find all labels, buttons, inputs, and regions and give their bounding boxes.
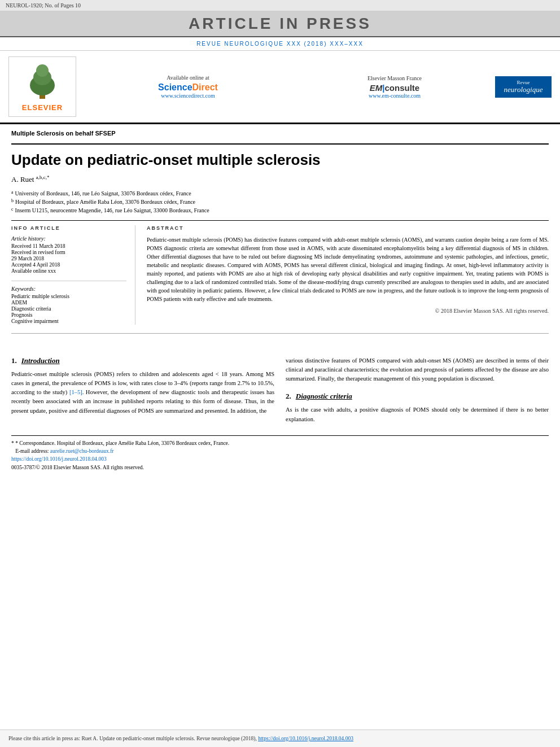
direct-text: Direct <box>193 82 218 92</box>
section1-title: 1. Introduction <box>11 356 274 365</box>
section2-heading: Diagnostic criteria <box>296 392 352 401</box>
body-left-col: 1. Introduction Pediatric-onset multiple… <box>11 356 274 424</box>
body-divider <box>11 333 549 334</box>
kw-5: Cognitive impairment <box>11 318 126 324</box>
aff-line-a: a University of Bordeaux, 146, rue Léo S… <box>11 189 549 198</box>
journal-name-bar: REVUE NEUROLOGIQUE XXX (2018) XXX–XXX <box>0 37 560 51</box>
science-text: Science <box>158 82 192 92</box>
section2-title: 2. Diagnostic criteria <box>286 392 549 401</box>
section-label: Multiple Sclerosis on behalf SFSEP <box>11 130 549 137</box>
hist-line-5: Available online xxx <box>11 268 126 274</box>
doi-link[interactable]: https://doi.org/10.1016/j.neurol.2018.04… <box>11 456 107 462</box>
revue-logo: Revue neurologique <box>495 76 552 98</box>
top-bar: NEUROL-1920; No. of Pages 10 <box>0 0 560 11</box>
abstract-title: ABSTRACT <box>147 225 549 231</box>
em-url[interactable]: www.em-consulte.com <box>300 93 489 99</box>
copyright: © 2018 Elsevier Masson SAS. All rights r… <box>147 308 549 314</box>
consulte-text: consulte <box>385 83 420 93</box>
email-link[interactable]: aurelie.ruet@chu-bordeaux.fr <box>50 448 114 454</box>
history-title: Article history: <box>11 235 126 242</box>
section1-heading: Introduction <box>21 356 60 365</box>
kw-4: Prognosis <box>11 312 126 318</box>
svg-point-3 <box>36 64 49 77</box>
footnote-star-text: * Correspondance. Hospital of Bordeaux, … <box>15 440 229 446</box>
main-content: Multiple Sclerosis on behalf SFSEP Updat… <box>0 124 560 471</box>
ref-1-5[interactable]: [1–5] <box>69 389 82 395</box>
hist-line-3: 29 March 2018 <box>11 256 126 261</box>
title-divider-top <box>11 143 549 145</box>
aff-line-b: b Hospital of Bordeaux, place Amélie Rab… <box>11 198 549 206</box>
info-abstract-section: INFO ARTICLE Article history: Received 1… <box>11 220 549 325</box>
section1-num: 1. <box>11 356 17 365</box>
footnote-doi: https://doi.org/10.1016/j.neurol.2018.04… <box>11 455 549 463</box>
revue-name: neurologique <box>498 85 548 94</box>
elsevier-masson-text: Elsevier Masson France <box>300 75 489 81</box>
info-col-title: INFO ARTICLE <box>11 225 126 231</box>
info-col: INFO ARTICLE Article history: Received 1… <box>11 225 135 325</box>
footnote-area: * * Correspondance. Hospital of Bordeaux… <box>11 435 549 471</box>
kw-2: ADEM <box>11 300 126 305</box>
info-divider <box>11 281 126 281</box>
online-links: Available online at ScienceDirect www.sc… <box>82 75 294 99</box>
available-online-text: Available online at <box>93 75 283 81</box>
footnote-email: E-mail address: aurelie.ruet@chu-bordeau… <box>11 447 549 455</box>
keywords-title: Keywords: <box>11 286 126 292</box>
aip-banner: ARTICLE IN PRESS <box>0 11 560 37</box>
hist-line-4: Accepted 4 April 2018 <box>11 262 126 268</box>
keywords-section: Keywords: Pediatric multiple sclerosis A… <box>11 286 126 324</box>
kw-3: Diagnostic criteria <box>11 306 126 312</box>
section1-right-text: various distinctive features of POMS com… <box>286 356 549 384</box>
kw-1: Pediatric multiple sclerosis <box>11 294 126 299</box>
aff-c: Inserm U1215, neurocentre Magendie, 146,… <box>15 206 209 215</box>
aip-title: ARTICLE IN PRESS <box>0 15 560 33</box>
citation-text: Please cite this article in press as: Ru… <box>8 736 257 741</box>
aff-b: Hospital of Bordeaux, place Amélie Raba … <box>15 198 195 206</box>
abstract-text: Pediatric-onset multiple sclerosis (POMS… <box>147 235 549 303</box>
em-consulte: Elsevier Masson France EM|consulte www.e… <box>300 75 489 99</box>
hist-line-2: Received in revised form <box>11 250 126 255</box>
sciencedirect-link[interactable]: ScienceDirect <box>93 82 283 93</box>
citation-doi[interactable]: https://doi.org/10.1016/j.neurol.2018.04… <box>258 736 353 741</box>
elsevier-logo: ELSEVIER <box>8 56 76 117</box>
citation-bar: Please cite this article in press as: Ru… <box>0 729 560 747</box>
aff-line-c: c Inserm U1215, neurocentre Magendie, 14… <box>11 206 549 215</box>
aff-a: University of Bordeaux, 146, rue Léo Sai… <box>15 189 191 198</box>
article-title: Update on pediatric-onset multiple scler… <box>11 151 549 169</box>
article-history: Article history: Received 11 March 2018 … <box>11 235 126 274</box>
em-brand: EM|consulte <box>300 83 489 93</box>
header-section: ELSEVIER Available online at ScienceDire… <box>0 51 560 124</box>
footnote-issn: 0035-3787/© 2018 Elsevier Masson SAS. Al… <box>11 464 549 471</box>
abstract-col: ABSTRACT Pediatric-onset multiple sclero… <box>147 225 549 325</box>
section2-text: As is the case with adults, a positive d… <box>286 405 549 424</box>
section1-text: Pediatric-onset multiple sclerosis (POMS… <box>11 370 274 416</box>
body-right-col: various distinctive features of POMS com… <box>286 356 549 424</box>
tree-icon <box>23 62 62 101</box>
section2-num: 2. <box>286 392 291 401</box>
journal-line: REVUE NEUROLOGIQUE XXX (2018) XXX–XXX <box>196 41 364 47</box>
star-sup: * <box>47 174 50 180</box>
authors: A. Ruet a,b,c,* <box>11 174 549 184</box>
sd-url[interactable]: www.sciencedirect.com <box>93 93 283 99</box>
em-text: EM <box>370 83 383 93</box>
author-name: A. Ruet <box>11 176 34 184</box>
article-id: NEUROL-1920; No. of Pages 10 <box>6 2 81 8</box>
author-sup: a,b,c, <box>36 174 47 180</box>
elsevier-label: ELSEVIER <box>14 103 71 112</box>
revue-label: Revue <box>498 80 548 85</box>
hist-line-1: Received 11 March 2018 <box>11 243 126 249</box>
body-content: 1. Introduction Pediatric-onset multiple… <box>11 356 549 424</box>
footnote-star: * * Correspondance. Hospital of Bordeaux… <box>11 439 549 447</box>
affiliations: a University of Bordeaux, 146, rue Léo S… <box>11 189 549 215</box>
email-label: E-mail address: <box>11 448 50 454</box>
